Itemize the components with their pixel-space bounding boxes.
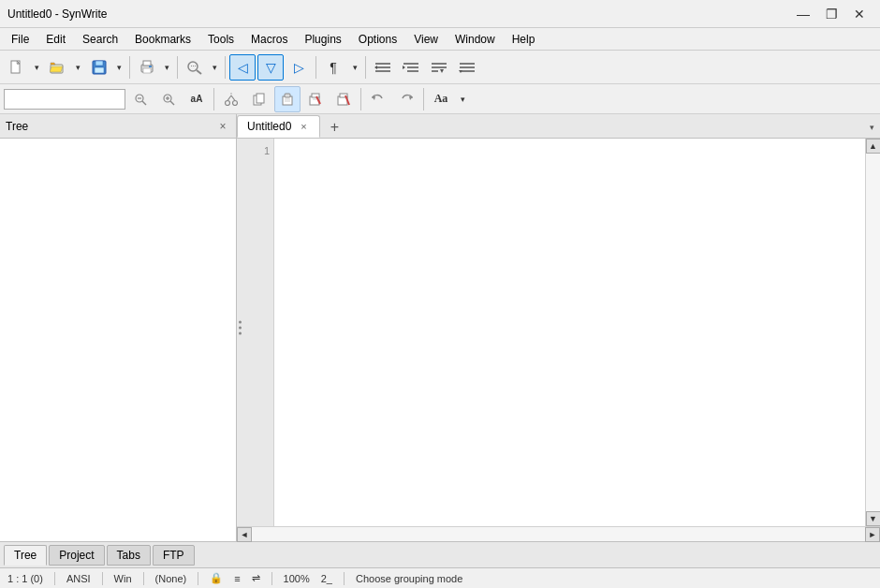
find-next-button[interactable] — [155, 86, 182, 112]
status-col: 2_ — [321, 573, 332, 584]
svg-rect-10 — [143, 68, 151, 73]
menu-bookmarks[interactable]: Bookmarks — [127, 29, 198, 50]
redo-button[interactable] — [393, 86, 419, 112]
print-dropdown[interactable]: ▾ — [160, 54, 173, 81]
svg-marker-24 — [403, 66, 405, 69]
fold-button[interactable] — [426, 54, 452, 81]
menu-search[interactable]: Search — [75, 29, 125, 50]
tab-untitled0[interactable]: Untitled0 × — [237, 115, 320, 138]
menu-view[interactable]: View — [406, 29, 446, 50]
menu-plugins[interactable]: Plugins — [297, 29, 348, 50]
svg-marker-20 — [374, 66, 377, 69]
status-syntax: (None) — [155, 573, 187, 584]
minimize-button[interactable]: — — [790, 4, 816, 24]
print-button[interactable] — [134, 54, 160, 81]
find-dropdown[interactable]: ▾ — [208, 54, 221, 81]
indent-down-button[interactable]: ▽ — [257, 54, 284, 81]
status-list-icon: ≡ — [234, 573, 240, 584]
search-input[interactable] — [4, 89, 125, 110]
svg-rect-15 — [193, 66, 194, 66]
line-numbers: 1 — [237, 139, 274, 526]
new-dropdown[interactable]: ▾ — [30, 54, 43, 81]
find-prev-button[interactable] — [127, 86, 154, 112]
menu-help[interactable]: Help — [505, 29, 543, 50]
title-controls: — ❐ ✕ — [790, 4, 873, 24]
bottom-tab-tree[interactable]: Tree — [4, 545, 47, 566]
menu-bar: File Edit Search Bookmarks Tools Macros … — [0, 28, 880, 51]
menu-tools[interactable]: Tools — [200, 29, 242, 50]
close-button[interactable]: ✕ — [846, 4, 873, 24]
tab-label: Untitled0 — [247, 120, 291, 133]
save-dropdown[interactable]: ▾ — [112, 54, 125, 81]
indent-right-button[interactable]: ▷ — [286, 54, 312, 81]
scrollbar-horizontal: ◄ ► — [237, 526, 880, 541]
svg-line-42 — [227, 96, 231, 101]
menu-edit[interactable]: Edit — [38, 29, 73, 50]
cut-button[interactable] — [218, 86, 244, 112]
status-sep3 — [143, 572, 144, 585]
splitter-dot — [239, 327, 242, 330]
panel-title: Tree — [6, 120, 28, 133]
menu-file[interactable]: File — [4, 29, 37, 50]
scroll-down-button[interactable]: ▼ — [866, 511, 881, 526]
svg-rect-16 — [195, 66, 196, 66]
paste-button[interactable] — [274, 86, 301, 112]
svg-line-43 — [231, 96, 235, 101]
font-dropdown[interactable]: ▾ — [456, 86, 469, 112]
toolbar2: aA Aa ▾ — [0, 84, 880, 114]
svg-point-40 — [226, 100, 230, 105]
scroll-track-horizontal[interactable] — [252, 527, 865, 541]
undo-button[interactable] — [365, 86, 391, 112]
editor-text[interactable] — [274, 139, 865, 526]
case-button[interactable]: aA — [183, 86, 210, 112]
svg-rect-7 — [95, 67, 104, 73]
tab-dropdown-button[interactable]: ▾ — [863, 117, 880, 138]
unfold-button[interactable] — [454, 54, 480, 81]
status-position: 1 : 1 (0) — [7, 573, 43, 584]
tab-bar: Untitled0 × + ▾ — [237, 114, 880, 139]
scroll-up-button[interactable]: ▲ — [866, 139, 881, 154]
status-lock-icon: 🔒 — [210, 572, 223, 584]
bottom-tab-ftp[interactable]: FTP — [153, 545, 195, 566]
scroll-track-vertical[interactable] — [866, 154, 880, 511]
new-button[interactable] — [4, 54, 30, 81]
open-button[interactable] — [45, 54, 71, 81]
svg-rect-11 — [149, 66, 152, 67]
bottom-tab-project[interactable]: Project — [49, 545, 104, 566]
status-sep5 — [271, 572, 272, 585]
status-sep4 — [198, 572, 198, 585]
svg-rect-48 — [285, 94, 290, 97]
unindent-button[interactable] — [370, 54, 396, 81]
paragraph-button[interactable]: ¶ — [320, 54, 346, 81]
delete-button[interactable] — [302, 86, 329, 112]
paragraph-dropdown[interactable]: ▾ — [348, 54, 361, 81]
tab-close-button[interactable]: × — [297, 120, 310, 133]
save-button[interactable] — [86, 54, 112, 81]
menu-window[interactable]: Window — [447, 29, 503, 50]
svg-rect-9 — [143, 61, 151, 66]
splitter-dots — [239, 321, 242, 335]
status-sep2 — [102, 572, 103, 585]
copy-button[interactable] — [246, 86, 272, 112]
status-grouping: Choose grouping mode — [356, 573, 462, 584]
find-button[interactable] — [182, 54, 208, 81]
bottom-tab-tabs[interactable]: Tabs — [107, 545, 151, 566]
svg-line-34 — [142, 101, 146, 105]
panel-close-button[interactable]: × — [215, 119, 230, 134]
indent-button[interactable] — [398, 54, 424, 81]
scroll-left-button[interactable]: ◄ — [237, 527, 252, 542]
scroll-right-button[interactable]: ► — [865, 527, 880, 542]
indent-left-button[interactable]: ◁ — [229, 54, 256, 81]
left-panel: Tree × — [0, 114, 237, 541]
maximize-button[interactable]: ❐ — [818, 4, 844, 24]
menu-macros[interactable]: Macros — [243, 29, 295, 50]
svg-marker-28 — [440, 69, 444, 73]
status-zoom: 100% — [284, 573, 310, 584]
svg-rect-53 — [312, 94, 319, 97]
delete-line-button[interactable] — [330, 86, 357, 112]
title-bar: Untitled0 - SynWrite — ❐ ✕ — [0, 0, 880, 28]
open-dropdown[interactable]: ▾ — [71, 54, 84, 81]
new-tab-button[interactable]: + — [324, 117, 345, 138]
menu-options[interactable]: Options — [351, 29, 404, 50]
font-button[interactable]: Aa — [428, 86, 454, 112]
